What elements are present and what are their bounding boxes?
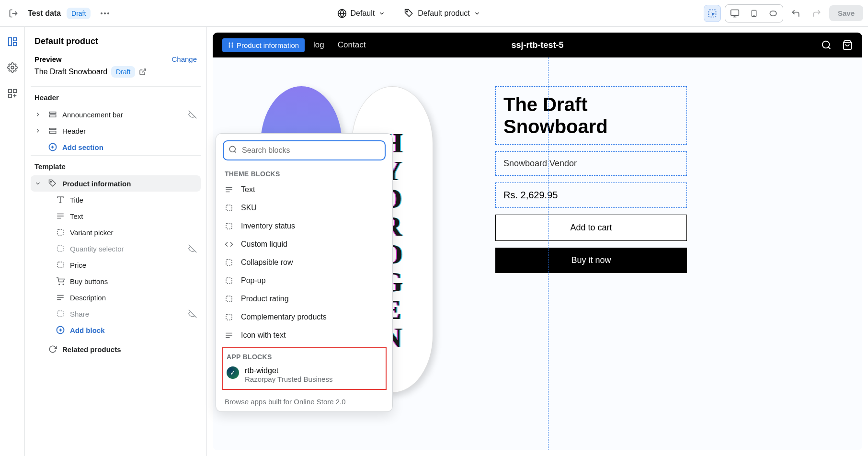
app-block-rtb[interactable]: ✓ rtb-widget Razorpay Trusted Business: [223, 364, 386, 386]
template-dropdown[interactable]: Default product: [404, 9, 480, 18]
header-section-label: Header: [31, 86, 201, 106]
product-info-chip[interactable]: Product information: [222, 38, 305, 52]
external-link-icon[interactable]: [139, 68, 147, 76]
svg-point-58: [822, 41, 830, 48]
svg-point-17: [11, 66, 14, 69]
header-item[interactable]: Header: [31, 123, 201, 139]
add-section-button[interactable]: Add section: [31, 139, 201, 155]
text-block-item[interactable]: Text: [31, 208, 201, 224]
section-icon: [48, 110, 57, 119]
settings-nav-icon[interactable]: [6, 61, 19, 74]
block-option-complementary[interactable]: Complementary products: [216, 308, 392, 326]
sections-nav-icon[interactable]: [6, 35, 19, 48]
svg-point-42: [59, 284, 60, 285]
svg-rect-69: [226, 278, 232, 284]
svg-rect-70: [226, 296, 232, 302]
nav-log[interactable]: log: [313, 40, 324, 50]
block-search-input[interactable]: [223, 140, 386, 160]
quantity-icon: [56, 244, 65, 253]
block-option-rating[interactable]: Product rating: [216, 290, 392, 308]
site-header: Product information log Contact ssj-rtb-…: [213, 33, 862, 57]
price-block-item[interactable]: Price: [31, 257, 201, 273]
app-logo-icon: ✓: [227, 366, 239, 379]
svg-rect-14: [8, 38, 11, 46]
block-option-inventory[interactable]: Inventory status: [216, 217, 392, 235]
redo-button[interactable]: [808, 5, 825, 22]
inspector-toggle[interactable]: [704, 5, 721, 22]
apps-nav-icon[interactable]: [6, 87, 19, 100]
box-icon: [225, 295, 234, 303]
svg-rect-16: [13, 43, 16, 46]
variant-block-item[interactable]: Variant picker: [31, 224, 201, 240]
nav-contact[interactable]: Contact: [338, 40, 366, 50]
share-block-item[interactable]: Share: [31, 306, 201, 322]
block-option-liquid[interactable]: Custom liquid: [216, 235, 392, 253]
title-icon: [56, 195, 65, 204]
code-icon: [225, 240, 234, 249]
left-nav-rail: [0, 27, 25, 456]
device-preview-group: [725, 4, 783, 23]
svg-point-43: [63, 284, 64, 285]
svg-point-1: [101, 12, 103, 14]
svg-point-56: [229, 46, 230, 48]
search-icon[interactable]: [821, 40, 832, 50]
svg-rect-15: [13, 38, 16, 41]
svg-rect-47: [57, 311, 63, 317]
desktop-view-button[interactable]: [725, 5, 744, 22]
svg-point-6: [407, 11, 408, 12]
block-option-text[interactable]: Text: [216, 181, 392, 199]
change-preview-link[interactable]: Change: [171, 55, 197, 63]
svg-point-2: [104, 12, 106, 14]
related-products-item[interactable]: . Related products: [31, 341, 201, 357]
block-option-popup[interactable]: Pop-up: [216, 272, 392, 290]
top-toolbar: Test data Draft Default Default product …: [0, 0, 868, 27]
more-menu-button[interactable]: [96, 5, 114, 22]
preview-draft-badge: Draft: [111, 66, 135, 78]
template-section-label: Template: [31, 155, 201, 175]
box-icon: [225, 276, 234, 285]
description-block-item[interactable]: Description: [31, 289, 201, 306]
language-dropdown[interactable]: Default: [337, 9, 386, 18]
svg-rect-20: [8, 94, 11, 97]
box-icon: [225, 313, 234, 321]
draft-badge: Draft: [67, 8, 91, 19]
svg-point-61: [229, 146, 235, 152]
add-block-button[interactable]: Add block: [31, 322, 201, 338]
browse-apps-link[interactable]: Browse apps built for Online Store 2.0: [216, 393, 392, 407]
block-option-sku[interactable]: SKU: [216, 199, 392, 217]
section-icon: [48, 126, 57, 135]
hidden-icon[interactable]: [188, 110, 197, 119]
fullscreen-view-button[interactable]: [764, 5, 783, 22]
quantity-block-item[interactable]: Quantity selector: [31, 240, 201, 257]
text-icon: [225, 185, 234, 194]
svg-rect-41: [57, 262, 63, 268]
save-button[interactable]: Save: [829, 5, 863, 21]
svg-rect-67: [226, 223, 232, 229]
add-to-cart-button[interactable]: Add to cart: [495, 215, 687, 241]
mobile-view-button[interactable]: [744, 5, 764, 22]
svg-rect-66: [226, 205, 232, 211]
svg-point-32: [50, 181, 51, 182]
undo-button[interactable]: [787, 5, 804, 22]
svg-rect-8: [731, 10, 739, 15]
bag-icon[interactable]: [842, 40, 853, 50]
block-option-collapsible[interactable]: Collapsible row: [216, 253, 392, 272]
svg-rect-68: [226, 260, 232, 265]
text-icon: [56, 293, 65, 302]
product-price: Rs. 2,629.95: [503, 190, 679, 201]
hidden-icon[interactable]: [188, 309, 197, 318]
svg-point-57: [232, 46, 233, 48]
variant-icon: [56, 228, 65, 237]
box-icon: [225, 258, 234, 267]
title-block-item[interactable]: Title: [31, 192, 201, 208]
buy-now-button[interactable]: Buy it now: [495, 248, 687, 273]
announcement-bar-item[interactable]: Announcement bar: [31, 106, 201, 123]
product-information-item[interactable]: Product information: [31, 175, 201, 192]
svg-rect-28: [49, 131, 56, 134]
hidden-icon[interactable]: [188, 244, 197, 253]
box-icon: [225, 222, 234, 230]
svg-line-23: [142, 69, 146, 72]
block-option-icon-text[interactable]: Icon with text: [216, 326, 392, 344]
buy-block-item[interactable]: Buy buttons: [31, 273, 201, 289]
exit-button[interactable]: [5, 5, 22, 22]
